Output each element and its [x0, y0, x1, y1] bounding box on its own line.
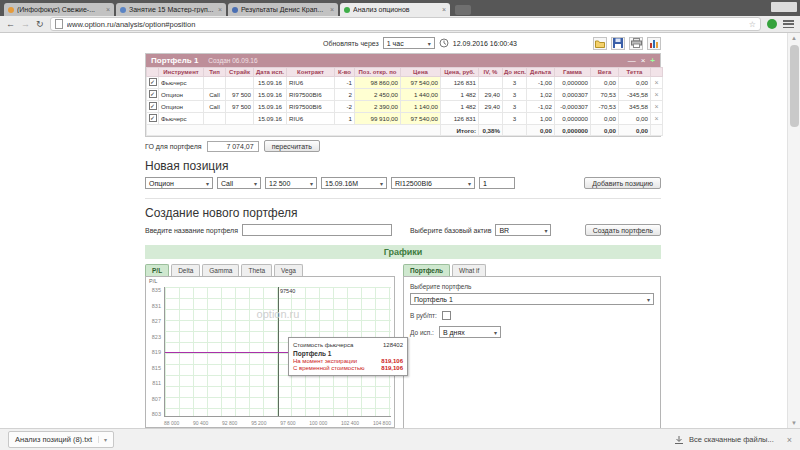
base-asset-select[interactable]: BR▾ — [495, 224, 551, 236]
tab-gamma[interactable]: Gamma — [202, 264, 239, 276]
refresh-interval-select[interactable]: 1 час▾ — [383, 37, 435, 49]
tab-delta[interactable]: Delta — [171, 264, 200, 276]
browser-menu-icon[interactable] — [783, 20, 794, 28]
tab-vega[interactable]: Vega — [274, 264, 303, 276]
refresh-icon[interactable]: ↻ — [36, 20, 44, 29]
days-mode-select[interactable]: В днях▾ — [439, 326, 501, 338]
y-axis-ticks: 835831 827823 819815 811807 803 — [146, 287, 162, 417]
col-header[interactable]: Вега — [591, 68, 619, 77]
row-checkbox[interactable] — [149, 90, 157, 98]
quantity-input[interactable]: 1 — [479, 177, 515, 189]
delete-row-icon[interactable]: × — [654, 79, 658, 86]
tab-portfolio[interactable]: Портфель — [403, 264, 450, 276]
back-icon[interactable]: ← — [6, 20, 15, 29]
browser-tab-3[interactable]: Результаты Денис Крап... × — [228, 3, 338, 16]
chevron-down-icon: ▾ — [310, 180, 313, 187]
col-header[interactable]: Цена — [401, 68, 441, 77]
col-header[interactable]: IV, % — [479, 68, 503, 77]
option-side-select[interactable]: Call▾ — [217, 177, 261, 189]
col-header[interactable]: Страйк — [226, 68, 254, 77]
expiry-date-select[interactable]: 15.09.16М▾ — [321, 177, 387, 189]
add-panel-icon[interactable]: + — [650, 57, 655, 65]
browser-tab-2[interactable]: Занятие 15 Мастер-груп... × — [116, 3, 226, 16]
strike-select[interactable]: 12 500▾ — [265, 177, 317, 189]
downloaded-file-chip[interactable]: Анализ позиций (8).txt ▾ — [8, 431, 114, 448]
export-button[interactable] — [647, 37, 661, 50]
add-position-button[interactable]: Добавить позицию — [584, 177, 661, 189]
table-row: Опцион Call 97 500 15.09.16 RI97500BI6 -… — [147, 101, 663, 113]
close-downloads-bar-icon[interactable]: × — [787, 435, 792, 445]
col-header[interactable]: Цена, руб. — [441, 68, 479, 77]
instrument-select[interactable]: Опцион▾ — [145, 177, 213, 189]
extension-icon[interactable] — [767, 19, 777, 29]
close-panel-icon[interactable]: × — [641, 57, 646, 65]
scroll-down-icon[interactable]: ▼ — [788, 418, 800, 428]
col-header[interactable]: Тип — [204, 68, 226, 77]
col-header[interactable]: Дата исп. — [254, 68, 287, 77]
col-header[interactable]: К-во — [335, 68, 355, 77]
col-header[interactable]: Поз. откр. по — [355, 68, 401, 77]
tab-close-icon[interactable]: × — [106, 6, 110, 13]
delete-row-icon[interactable]: × — [654, 91, 658, 98]
chevron-down-icon: ▾ — [494, 329, 497, 336]
tab-what-if[interactable]: What if — [452, 264, 486, 276]
browser-tab-1[interactable]: (Инфофокус) Свежие-... × — [4, 3, 114, 16]
settings-tabs: Портфель What if — [403, 264, 661, 276]
pl-chart[interactable]: P/L 835831 827823 819815 811807 803 9754… — [145, 276, 395, 428]
show-all-downloads[interactable]: Все скачанные файлы... × — [674, 435, 792, 445]
tab-close-icon[interactable]: × — [218, 6, 222, 13]
totals-theta: 0,00 — [619, 125, 651, 136]
url-text[interactable]: www.option.ru/analysis/option#position — [67, 20, 745, 29]
col-header[interactable]: Гамма — [555, 68, 591, 77]
create-portfolio-button[interactable]: Создать портфель — [585, 224, 661, 236]
address-bar[interactable]: www.option.ru/analysis/option#position ☆ — [50, 17, 761, 31]
scroll-up-icon[interactable]: ▲ — [788, 33, 800, 43]
margin-row: ГО для портфеля 7 074,07 пересчитать — [145, 140, 661, 152]
tab-close-icon[interactable]: × — [330, 6, 334, 13]
save-button[interactable] — [611, 37, 625, 50]
delete-row-icon[interactable]: × — [654, 115, 658, 122]
rub-points-checkbox[interactable] — [442, 311, 451, 320]
delete-row-icon[interactable]: × — [654, 103, 658, 110]
settings-box: Выберите портфель Портфель 1▾ В руб/пт: … — [403, 276, 661, 444]
scrollbar-thumb[interactable] — [790, 45, 799, 127]
browser-tab-active[interactable]: Анализ опционов × — [340, 3, 450, 16]
col-header[interactable]: Контракт — [287, 68, 335, 77]
collapse-panel-icon[interactable]: — — [628, 57, 636, 65]
recalculate-button[interactable]: пересчитать — [264, 140, 320, 152]
current-datetime: 12.09.2016 16:00:43 — [453, 40, 517, 47]
row-checkbox[interactable] — [149, 102, 157, 110]
tab-close-icon[interactable]: × — [442, 6, 446, 13]
chart-export-icon — [649, 38, 659, 48]
portfolio-select[interactable]: Портфель 1▾ — [410, 293, 654, 305]
page-scrollbar[interactable]: ▲ ▼ — [787, 33, 800, 428]
section-divider — [145, 198, 661, 199]
tab-theta[interactable]: Theta — [241, 264, 272, 276]
days-to-expiry-label: До исп.: — [410, 329, 434, 336]
open-folder-button[interactable] — [593, 37, 607, 50]
margin-value-field[interactable]: 7 074,07 — [207, 141, 259, 152]
col-header[interactable]: Тетта — [619, 68, 651, 77]
col-header[interactable]: Инструмент — [159, 68, 204, 77]
graphs-section-header: Графики — [145, 245, 661, 259]
page-action-icons — [593, 37, 661, 50]
main-content: Обновлять через 1 час▾ 12.09.2016 16:00:… — [145, 35, 661, 446]
row-checkbox[interactable] — [149, 78, 157, 86]
col-header[interactable]: Дельта — [527, 68, 555, 77]
tab-pl[interactable]: P/L — [145, 264, 169, 276]
bookmark-star-icon[interactable]: ☆ — [749, 20, 756, 29]
contract-select[interactable]: RI12500BI6▾ — [391, 177, 475, 189]
new-tab-button[interactable] — [455, 5, 471, 15]
forward-icon[interactable]: → — [21, 20, 30, 29]
portfolio-name-input[interactable] — [242, 224, 392, 236]
totals-delta: 0,00 — [527, 125, 555, 136]
tab-title: Занятие 15 Мастер-груп... — [129, 6, 216, 13]
window-controls[interactable] — [771, 2, 797, 12]
chevron-down-icon[interactable]: ▾ — [98, 436, 107, 443]
print-button[interactable] — [629, 37, 643, 50]
base-asset-label: Выберите базовый актив — [410, 227, 491, 234]
col-header[interactable]: До исп. — [503, 68, 527, 77]
new-portfolio-title: Создание нового портфеля — [145, 206, 661, 220]
table-row: Фьючерс 15.09.16 RIU6 -1 98 860,00 97 54… — [147, 77, 663, 89]
row-checkbox[interactable] — [149, 114, 157, 122]
